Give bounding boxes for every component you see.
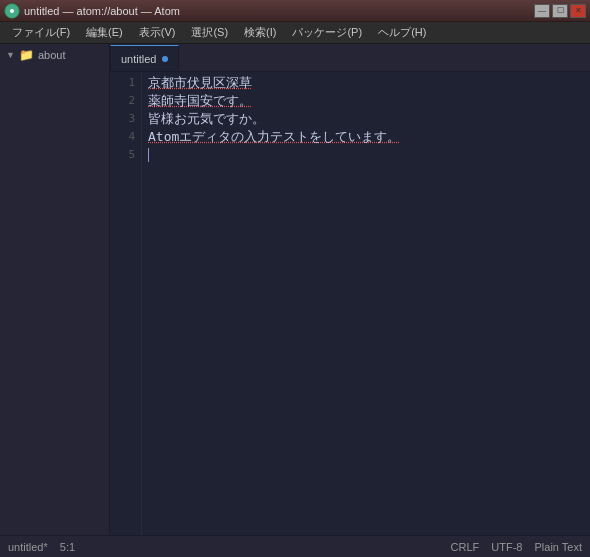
- statusbar: untitled* 5:1 CRLF UTF-8 Plain Text: [0, 535, 590, 557]
- tab-label: untitled: [121, 53, 156, 65]
- menu-item-f[interactable]: ファイル(F): [4, 23, 78, 42]
- svg-point-1: [10, 9, 14, 13]
- statusbar-left: untitled* 5:1: [8, 541, 75, 553]
- code-area[interactable]: 京都市伏見区深草薬師寺国安です。皆様お元気ですか。Atomエディタの入力テストを…: [142, 72, 590, 535]
- editor-content[interactable]: 12345 京都市伏見区深草薬師寺国安です。皆様お元気ですか。Atomエディタの…: [110, 72, 590, 535]
- close-button[interactable]: ✕: [570, 4, 586, 18]
- maximize-button[interactable]: ☐: [552, 4, 568, 18]
- minimize-button[interactable]: —: [534, 4, 550, 18]
- line-number: 1: [128, 74, 135, 92]
- editor-area: untitled 12345 京都市伏見区深草薬師寺国安です。皆様お元気ですか。…: [110, 44, 590, 535]
- code-line: 京都市伏見区深草: [148, 74, 584, 92]
- line-number: 5: [128, 146, 135, 164]
- code-line: [148, 146, 584, 164]
- titlebar: untitled — atom://about — Atom — ☐ ✕: [0, 0, 590, 22]
- atom-icon: [4, 3, 20, 19]
- menubar: ファイル(F)編集(E)表示(V)選択(S)検索(I)パッケージ(P)ヘルプ(H…: [0, 22, 590, 44]
- menu-item-v[interactable]: 表示(V): [131, 23, 184, 42]
- code-line: 皆様お元気ですか。: [148, 110, 584, 128]
- line-numbers-gutter: 12345: [110, 72, 142, 535]
- tab-modified-dot: [162, 56, 168, 62]
- folder-icon: 📁: [19, 48, 34, 62]
- menu-item-s[interactable]: 選択(S): [183, 23, 236, 42]
- main-layout: ▼ 📁 about untitled 12345 京都市伏見区深草薬師寺国安です…: [0, 44, 590, 535]
- code-line: Atomエディタの入力テストをしています。: [148, 128, 584, 146]
- menu-item-h[interactable]: ヘルプ(H): [370, 23, 434, 42]
- statusbar-right: CRLF UTF-8 Plain Text: [451, 541, 582, 553]
- menu-item-i[interactable]: 検索(I): [236, 23, 284, 42]
- titlebar-left: untitled — atom://about — Atom: [4, 3, 180, 19]
- menu-item-p[interactable]: パッケージ(P): [284, 23, 370, 42]
- statusbar-line-ending[interactable]: CRLF: [451, 541, 480, 553]
- line-number: 3: [128, 110, 135, 128]
- window-controls: — ☐ ✕: [534, 4, 586, 18]
- line-number: 2: [128, 92, 135, 110]
- tab-bar: untitled: [110, 44, 590, 72]
- statusbar-filename[interactable]: untitled*: [8, 541, 48, 553]
- code-line: 薬師寺国安です。: [148, 92, 584, 110]
- sidebar-tree-item[interactable]: ▼ 📁 about: [0, 44, 109, 66]
- statusbar-position[interactable]: 5:1: [60, 541, 75, 553]
- window-title: untitled — atom://about — Atom: [24, 5, 180, 17]
- statusbar-grammar[interactable]: Plain Text: [535, 541, 583, 553]
- chevron-down-icon: ▼: [6, 50, 15, 60]
- menu-item-e[interactable]: 編集(E): [78, 23, 131, 42]
- sidebar-folder-label: about: [38, 49, 66, 61]
- text-cursor: [148, 148, 149, 162]
- editor-tab[interactable]: untitled: [110, 45, 179, 71]
- sidebar: ▼ 📁 about: [0, 44, 110, 535]
- statusbar-encoding[interactable]: UTF-8: [491, 541, 522, 553]
- line-number: 4: [128, 128, 135, 146]
